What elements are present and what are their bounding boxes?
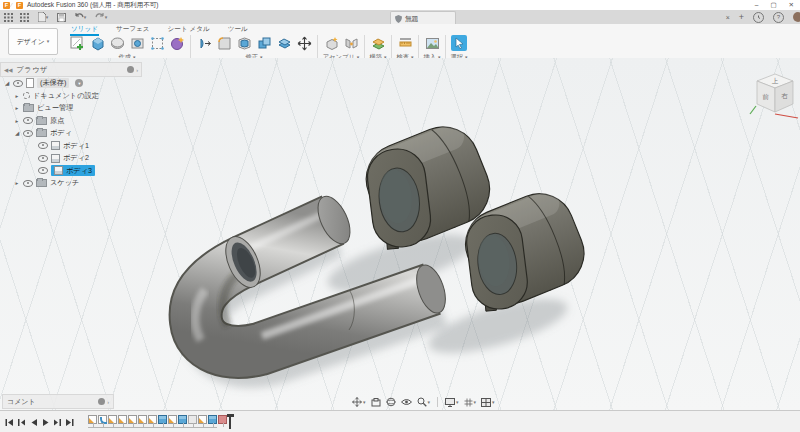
extrude-icon[interactable]: [89, 35, 105, 51]
hole-icon[interactable]: [129, 35, 145, 51]
zoom-window-icon[interactable]: [371, 398, 381, 407]
tree-row-sketches[interactable]: ▸ スケッチ: [0, 177, 142, 190]
timeline-feature-sketch-4[interactable]: [118, 415, 127, 424]
help-icon[interactable]: ?: [773, 12, 784, 23]
visibility-eye-icon[interactable]: [38, 142, 48, 149]
timeline-feature-extrude-13[interactable]: [208, 415, 217, 424]
tree-row-bodies[interactable]: ◢ ボディ: [0, 127, 142, 140]
visibility-eye-icon[interactable]: [38, 167, 48, 174]
viewcube-green-axis: [750, 106, 756, 114]
tree-row-origin[interactable]: ▸ 原点: [0, 115, 142, 128]
viewcube-right-label[interactable]: 右: [781, 92, 788, 100]
show-data-panel-icon[interactable]: [4, 13, 13, 22]
3d-viewport[interactable]: 上 前 右 ◀◀ ブラウザ › ◢ (未保存) ▾ ▸: [0, 58, 800, 410]
collapsed-arrow-icon[interactable]: ▸: [14, 118, 20, 124]
undo-icon[interactable]: ▾: [73, 13, 87, 22]
timeline-feature-sweep-2[interactable]: [98, 415, 107, 424]
redo-icon[interactable]: ▾: [94, 13, 108, 22]
minimize-button[interactable]: –: [755, 1, 759, 9]
save-icon[interactable]: [57, 13, 66, 22]
primitive-box-icon[interactable]: [149, 35, 165, 51]
fillet-icon[interactable]: [216, 35, 232, 51]
play-forward-icon[interactable]: [41, 418, 50, 427]
tree-row-root[interactable]: ◢ (未保存) ▾: [0, 77, 142, 90]
visibility-eye-icon[interactable]: [23, 130, 33, 137]
timeline-feature-sketch-7[interactable]: [148, 415, 157, 424]
move-copy-icon[interactable]: [296, 35, 312, 51]
visibility-eye-icon[interactable]: [23, 117, 33, 124]
expand-arrow-icon[interactable]: ◢: [4, 80, 10, 86]
timeline-feature-sketch-3[interactable]: [108, 415, 117, 424]
comments-options-icon[interactable]: [98, 398, 105, 405]
dropdown-caret: ▾: [47, 39, 50, 44]
timeline-feature-sketch-9[interactable]: [168, 415, 177, 424]
file-menu-icon[interactable]: ▾: [36, 13, 50, 22]
timeline-feature-extrude-10[interactable]: [178, 415, 187, 424]
viewcube-front-label[interactable]: 前: [762, 93, 769, 100]
construction-plane-icon[interactable]: [370, 35, 386, 51]
visibility-eye-icon[interactable]: [13, 80, 23, 87]
timeline-feature-feature-11[interactable]: [188, 415, 197, 424]
tree-row-views[interactable]: ▸ ビュー管理: [0, 102, 142, 115]
account-avatar[interactable]: [793, 12, 800, 22]
grid-snaps-icon[interactable]: ▾: [464, 398, 477, 407]
close-button[interactable]: ✕: [789, 1, 794, 9]
orbit-icon[interactable]: [386, 397, 396, 407]
root-dropdown-icon[interactable]: ▾: [75, 79, 83, 87]
tree-row-body1[interactable]: ボディ1: [0, 140, 142, 153]
close-tab-icon[interactable]: ×: [726, 14, 730, 21]
measure-icon[interactable]: [397, 35, 413, 51]
visibility-eye-icon[interactable]: [23, 180, 33, 187]
revolve-icon[interactable]: [109, 35, 125, 51]
go-to-end-icon[interactable]: [65, 418, 74, 427]
look-at-icon[interactable]: [401, 398, 412, 406]
timeline-feature-sketch-12[interactable]: [198, 415, 207, 424]
insert-image-icon[interactable]: [424, 35, 440, 51]
new-component-icon[interactable]: [323, 35, 339, 51]
step-forward-icon[interactable]: [53, 418, 62, 427]
selected-row-highlight[interactable]: ボディ3: [51, 165, 95, 176]
combine-icon[interactable]: [256, 35, 272, 51]
select-tool-icon[interactable]: [451, 35, 467, 51]
tree-row-body3[interactable]: ボディ3: [0, 165, 142, 178]
joint-icon[interactable]: [343, 35, 359, 51]
press-pull-icon[interactable]: [196, 35, 212, 51]
timeline-playhead[interactable]: [229, 415, 231, 429]
timeline-feature-sketch-5[interactable]: [128, 415, 137, 424]
design-workspace-menu[interactable]: デザイン ▾: [8, 28, 58, 55]
collapsed-arrow-icon[interactable]: ▸: [14, 180, 20, 186]
panel-expand-chevron[interactable]: ›: [136, 67, 138, 73]
grid-view-icon[interactable]: [20, 13, 29, 22]
viewports-icon[interactable]: ▾: [481, 398, 495, 407]
step-back-icon[interactable]: [17, 418, 26, 427]
viewcube-top-label[interactable]: 上: [772, 77, 779, 84]
create-sketch-icon[interactable]: [69, 35, 85, 51]
collapse-panel-icon[interactable]: ◀◀: [4, 67, 12, 73]
job-status-icon[interactable]: [753, 12, 764, 23]
maximize-button[interactable]: ▢: [770, 1, 776, 9]
pan-icon[interactable]: ▾: [352, 397, 366, 407]
tree-row-docsettings[interactable]: ▸ ドキュメントの設定: [0, 90, 142, 103]
zoom-icon[interactable]: ▾: [417, 397, 431, 407]
timeline-feature-sketch-6[interactable]: [138, 415, 147, 424]
timeline-feature-sketch-1[interactable]: [88, 415, 97, 424]
view-cube[interactable]: 上 前 右: [748, 68, 800, 124]
offset-face-icon[interactable]: [276, 35, 292, 51]
comments-panel[interactable]: コメント ›: [2, 394, 114, 409]
create-form-icon[interactable]: [169, 35, 185, 51]
collapsed-arrow-icon[interactable]: ▸: [14, 105, 20, 111]
collapsed-arrow-icon[interactable]: ▸: [14, 93, 20, 99]
new-tab-icon[interactable]: +: [739, 12, 744, 22]
visibility-eye-icon[interactable]: [38, 155, 48, 162]
play-back-icon[interactable]: [29, 418, 38, 427]
shell-icon[interactable]: [236, 35, 252, 51]
browser-options-icon[interactable]: [127, 66, 134, 73]
display-settings-icon[interactable]: ▾: [445, 398, 459, 407]
tree-row-body2[interactable]: ボディ2: [0, 152, 142, 165]
comments-expand-chevron[interactable]: ›: [107, 399, 109, 405]
go-to-start-icon[interactable]: [5, 418, 14, 427]
browser-header[interactable]: ◀◀ ブラウザ ›: [0, 62, 142, 77]
timeline-feature-extrude-8[interactable]: [158, 415, 167, 424]
expand-arrow-icon[interactable]: ◢: [14, 130, 20, 136]
document-tab[interactable]: 無題: [390, 11, 456, 25]
